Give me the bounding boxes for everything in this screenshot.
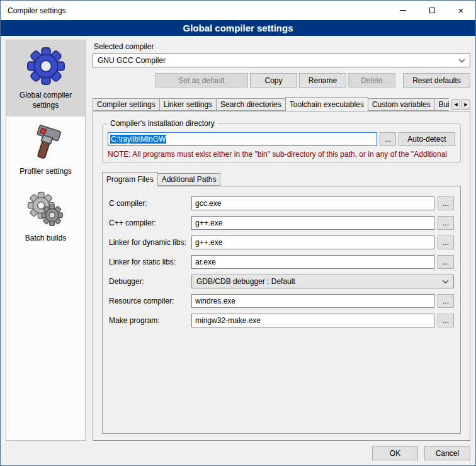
subtabs-row: Program Files Additional Paths [102,172,461,186]
sidebar-item-label: Profiler settings [20,167,72,177]
field-label: Linker for static libs: [109,258,188,266]
profiler-icon [26,123,65,162]
cancel-button[interactable]: Cancel [424,446,470,460]
field-row-dynamic-linker: Linker for dynamic libs: ... [109,236,454,249]
tabs-row: Compiler settings Linker settings Search… [93,97,470,111]
chevron-down-icon [458,59,465,63]
copy-button[interactable]: Copy [250,73,297,88]
field-label: C++ compiler: [109,219,188,227]
toolchain-panel: Compiler's installation directory C:\ray… [93,111,470,441]
sidebar-item-batch-builds[interactable]: Batch builds [6,183,85,250]
sidebar-item-profiler-settings[interactable]: Profiler settings [6,116,85,183]
note-text: NOTE: All programs must exist either in … [108,150,455,159]
sidebar: Global compiler settings Profiler settin… [6,40,86,441]
minimize-button[interactable] [388,1,417,20]
set-as-default-button[interactable]: Set as default [155,73,248,88]
sidebar-item-label: Batch builds [25,234,66,244]
compiler-settings-window: Compiler settings × Global compiler sett… [0,0,476,466]
c-compiler-input[interactable] [191,196,434,210]
install-dir-input[interactable]: C:\raylib\MinGW [108,132,377,146]
titlebar: Compiler settings × [1,1,475,20]
field-label: C compiler: [109,199,188,208]
tab-custom-variables[interactable]: Custom variables [368,98,435,111]
subtab-program-files[interactable]: Program Files [102,172,158,186]
auto-detect-button[interactable]: Auto-detect [399,132,455,146]
tab-linker-settings[interactable]: Linker settings [159,98,217,111]
field-label: Resource compiler: [109,297,188,305]
rename-button[interactable]: Rename [299,73,346,88]
reset-defaults-button[interactable]: Reset defaults [403,73,470,88]
static-linker-input[interactable] [191,255,434,269]
field-label: Linker for dynamic libs: [109,238,188,247]
page-title: Global compiler settings [1,20,475,36]
maximize-button[interactable] [417,1,446,20]
tab-toolchain-executables[interactable]: Toolchain executables [285,97,368,111]
field-row-make-program: Make program: ... [109,314,454,327]
selected-compiler-label: Selected compiler [94,42,470,51]
field-label: Debugger: [109,277,188,286]
tab-scroll-right-button[interactable]: ▶ [462,99,470,110]
install-dir-groupbox: Compiler's installation directory C:\ray… [102,123,461,163]
tab-scroll-arrows: ◀ ▶ [451,99,470,110]
window-title: Compiler settings [1,6,66,15]
dialog-footer: OK Cancel [6,441,470,460]
make-program-input[interactable] [191,314,434,327]
subtab-additional-paths[interactable]: Additional Paths [157,173,221,186]
field-row-static-linker: Linker for static libs: ... [109,255,454,269]
dynamic-linker-input[interactable] [191,236,434,249]
tabs-scroll: Compiler settings Linker settings Search… [93,97,449,111]
minimize-icon [400,10,406,11]
debugger-select-value: GDB/CDB debugger : Default [196,277,442,286]
compiler-combobox[interactable]: GNU GCC Compiler [93,54,470,67]
make-program-browse-button[interactable]: ... [438,314,454,327]
batch-builds-icon [26,190,65,229]
main-area: Selected compiler GNU GCC Compiler Set a… [93,40,470,441]
tab-scroll-left-button[interactable]: ◀ [451,99,460,110]
field-row-debugger: Debugger: GDB/CDB debugger : Default [109,275,454,288]
tab-build-options-clipped[interactable]: Buil [434,98,449,111]
compiler-buttons-row: Set as default Copy Rename Delete Reset … [93,73,470,88]
field-row-cpp-compiler: C++ compiler: ... [109,216,454,230]
sidebar-item-label: Global compiler settings [9,91,82,110]
debugger-select[interactable]: GDB/CDB debugger : Default [191,275,454,288]
c-compiler-browse-button[interactable]: ... [438,196,454,210]
tab-compiler-settings[interactable]: Compiler settings [93,98,160,111]
tab-search-directories[interactable]: Search directories [216,98,286,111]
resource-compiler-input[interactable] [191,294,434,308]
program-files-panel: C compiler: ... C++ compiler: ... Linker… [102,186,461,434]
dynamic-linker-browse-button[interactable]: ... [438,236,454,249]
install-dir-selected-text: C:\raylib\MinGW [110,135,166,144]
sidebar-item-global-compiler-settings[interactable]: Global compiler settings [6,40,85,116]
resource-compiler-browse-button[interactable]: ... [438,294,454,308]
gear-icon [26,47,65,86]
install-dir-groupbox-legend: Compiler's installation directory [108,119,217,128]
field-row-c-compiler: C compiler: ... [109,196,454,210]
field-label: Make program: [109,316,188,325]
cpp-compiler-browse-button[interactable]: ... [438,216,454,230]
static-linker-browse-button[interactable]: ... [438,255,454,269]
ok-button[interactable]: OK [372,446,418,460]
install-dir-browse-button[interactable]: ... [380,132,396,146]
close-icon: × [458,5,464,16]
maximize-icon [429,8,435,13]
delete-button[interactable]: Delete [348,73,395,88]
close-button[interactable]: × [446,1,475,20]
chevron-down-icon [442,280,449,284]
compiler-combobox-value: GNU GCC Compiler [98,56,458,65]
window-controls: × [388,1,475,20]
dialog-body: Global compiler settings Profiler settin… [1,36,475,465]
field-row-resource-compiler: Resource compiler: ... [109,294,454,308]
cpp-compiler-input[interactable] [191,216,434,230]
